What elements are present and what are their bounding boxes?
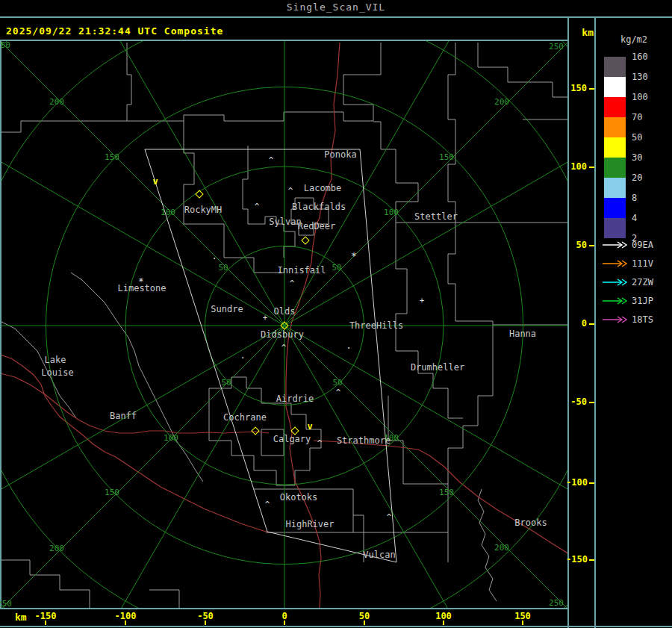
color-scale-swatch (604, 57, 626, 77)
bottom-axis-tick-label: -150 (29, 611, 62, 621)
range-ring-label: 100 (164, 433, 178, 443)
range-ring-label: 250 (549, 42, 564, 52)
town-label: ThreeHills (349, 320, 403, 331)
range-ring-label: 50 (221, 378, 231, 388)
town-label: Hanna (509, 329, 536, 339)
color-scale-swatch (604, 178, 626, 198)
storm-track-arrow-icon (602, 296, 629, 305)
town-label: Okotoks (280, 492, 318, 503)
town-label: Stettler (414, 211, 458, 222)
range-ring-label: 250 (549, 598, 564, 608)
right-axis-tick-label: -150 (566, 554, 587, 565)
right-axis-tick-label: 0 (566, 318, 587, 329)
range-ring-label: 200 (49, 544, 64, 553)
storm-track-arrow-icon (602, 240, 629, 249)
town-label: Lake (45, 355, 66, 365)
terrain-marker: ^ (387, 512, 392, 522)
range-ring-label: 50 (332, 378, 342, 388)
range-ring-label: 150 (105, 152, 119, 162)
right-axis-tick-mark (589, 482, 594, 484)
terrain-marker: * (351, 250, 357, 261)
color-scale-swatch (604, 218, 626, 238)
town-label: Sylvan (269, 217, 301, 227)
town-label: Strathmore (337, 435, 391, 446)
right-axis-tick-mark (589, 402, 594, 403)
storm-arrow-icon: v (152, 176, 158, 187)
color-scale-value: 20 (632, 172, 665, 183)
town-label: Didsbury (261, 329, 304, 340)
color-scale-value: 100 (632, 92, 665, 102)
color-scale-value: 130 (632, 72, 665, 82)
right-axis-tick-mark (589, 559, 594, 561)
legend-unit-label: kg/m2 (597, 34, 671, 45)
town-label: Banff (110, 411, 137, 421)
bottom-axis-tick-mark (364, 621, 365, 625)
terrain-marker: ^ (288, 186, 293, 196)
radar-map[interactable] (0, 0, 672, 628)
range-ring-label: 150 (105, 488, 119, 497)
range-ring-label: 200 (494, 97, 509, 107)
town-label: Olds (274, 306, 296, 317)
town-label: Innisfail (277, 265, 326, 276)
terrain-marker: ^ (281, 343, 287, 352)
terrain-marker: ^ (255, 202, 260, 211)
range-ring-label: 100 (161, 208, 175, 217)
right-axis-tick-mark (589, 323, 594, 325)
town-label: Brooks (514, 517, 547, 528)
terrain-marker: ^ (336, 388, 341, 397)
bottom-axis-tick-label: 50 (348, 611, 381, 621)
color-scale-swatch (604, 137, 626, 158)
storm-track-arrow-icon (602, 259, 629, 268)
bottom-axis-tick-label: -100 (109, 611, 142, 621)
storm-track-arrow-icon (602, 315, 629, 324)
right-axis-tick-label: 50 (566, 240, 587, 250)
town-label: Airdrie (276, 394, 314, 404)
terrain-marker: ^ (317, 438, 323, 448)
bottom-axis-tick-mark (45, 621, 46, 625)
terrain-marker: * (138, 276, 144, 287)
bottom-axis-unit: km (15, 612, 27, 623)
range-ring-label: 50 (218, 263, 228, 273)
right-axis-tick-mark (589, 167, 594, 168)
terrain-marker: ^ (269, 155, 274, 165)
range-ring-label: 150 (439, 488, 454, 497)
bottom-axis-tick-mark (125, 621, 126, 625)
terrain-marker: ^ (290, 279, 295, 288)
terrain-marker: ^ (265, 500, 270, 509)
range-ring-label: 150 (439, 152, 454, 162)
bottom-axis-tick-label: 0 (268, 611, 301, 621)
storm-track-arrow-icon (602, 278, 629, 287)
terrain-marker: . (346, 341, 351, 351)
storm-track-id: 31JP (632, 296, 669, 306)
azimuth-lines (0, 0, 672, 628)
town-label: Ponoka (324, 149, 356, 160)
color-scale-swatch (604, 158, 626, 178)
storm-track-id: 18TS (632, 314, 669, 325)
color-scale-value: 8 (632, 193, 665, 203)
town-label: RockyMH (184, 205, 223, 215)
bottom-axis-tick-mark (284, 621, 285, 625)
town-label: RedDeer (298, 221, 336, 231)
range-ring-label: 200 (494, 543, 509, 553)
color-scale-value: 160 (632, 52, 665, 62)
range-ring-label: 100 (384, 208, 399, 217)
bottom-axis-tick-mark (522, 621, 523, 625)
bottom-axis-tick-label: 100 (427, 611, 460, 621)
range-ring-label: 250 (0, 40, 10, 50)
color-scale-swatch (604, 117, 626, 137)
bottom-axis-tick-label: 150 (506, 611, 539, 621)
range-ring-label: 50 (332, 263, 341, 273)
scan-sector-outline (145, 149, 396, 562)
town-label: Drumheller (411, 362, 464, 373)
radar-viewer-window: Single_Scan_VIL 2025/09/22 21:32:44 UTC … (0, 0, 672, 628)
terrain-marker: + (420, 296, 425, 305)
town-label: Vulcan (363, 550, 395, 560)
bottom-axis-tick-mark (443, 621, 444, 625)
bottom-axis-tick-mark (205, 621, 206, 625)
right-axis-tick-label: 150 (566, 83, 587, 93)
terrain-marker: + (263, 313, 268, 323)
range-rings (0, 0, 672, 628)
storm-arrow-icon: v (307, 421, 312, 432)
storm-track-id: 27ZW (632, 277, 669, 287)
right-axis-tick-label: -100 (566, 477, 587, 488)
